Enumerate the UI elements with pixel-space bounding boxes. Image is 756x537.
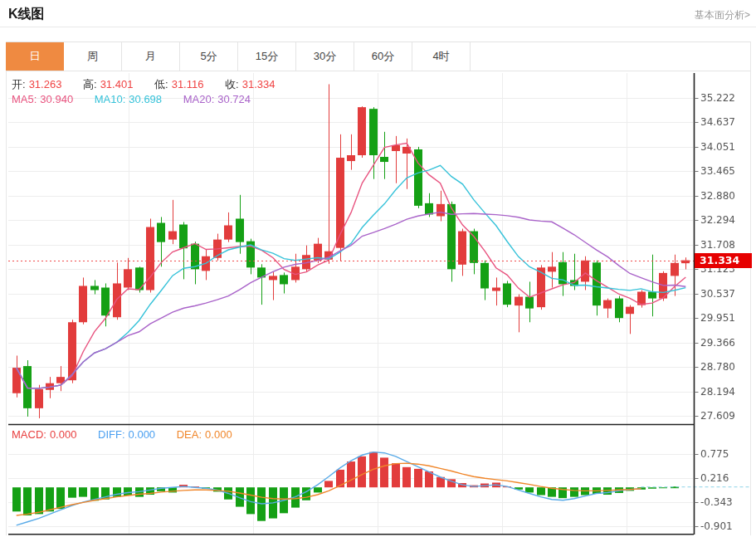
ma10-value: 30.698 [129,93,162,105]
period-tabbar: 日 周 月 5分 15分 30分 60分 4时 [6,41,750,71]
macd-label: MACD: [12,428,46,441]
macd-value: 0.000 [50,428,77,441]
dea-label: DEA: [177,428,202,441]
page-title: K线图 [8,6,45,23]
low-label: 低: [154,78,168,90]
diff-label: DIFF: [98,428,125,441]
tab-4hour[interactable]: 4时 [412,42,471,71]
tab-15min[interactable]: 15分 [238,42,296,71]
close-label: 收: [225,78,239,90]
ma20-value: 30.724 [217,93,251,105]
tab-day[interactable]: 日 [6,42,64,71]
open-label: 开: [12,78,26,90]
ohlc-legend: 开:31.263 高:31.401 低:31.116 收:31.334 [12,77,278,92]
title-divider [0,27,756,27]
open-value: 31.263 [29,78,62,90]
high-label: 高: [83,78,97,90]
dea-value: 0.000 [205,428,232,441]
ma5-label: MA5: [12,93,37,105]
tab-month[interactable]: 月 [122,42,180,71]
fundamental-analysis-link[interactable]: 基本面分析> [695,8,750,22]
high-value: 31.401 [100,78,134,90]
low-value: 31.116 [172,78,204,90]
kline-page: { "header": { "title": "K线图", "link_labe… [0,0,756,537]
ma10-label: MA10: [95,93,126,105]
close-value: 31.334 [242,78,276,90]
tab-5min[interactable]: 5分 [180,42,238,71]
ma20-label: MA20: [183,93,215,105]
ma5-value: 30.940 [40,93,73,105]
ma-legend: MA5:30.940 MA10:30.698 MA20:30.724 [12,93,254,105]
macd-legend: MACD:0.000 DIFF:0.000 DEA:0.000 [12,428,236,441]
tab-week[interactable]: 周 [64,42,122,71]
tab-30min[interactable]: 30分 [296,42,354,71]
tab-60min[interactable]: 60分 [354,42,412,71]
diff-value: 0.000 [129,428,156,441]
